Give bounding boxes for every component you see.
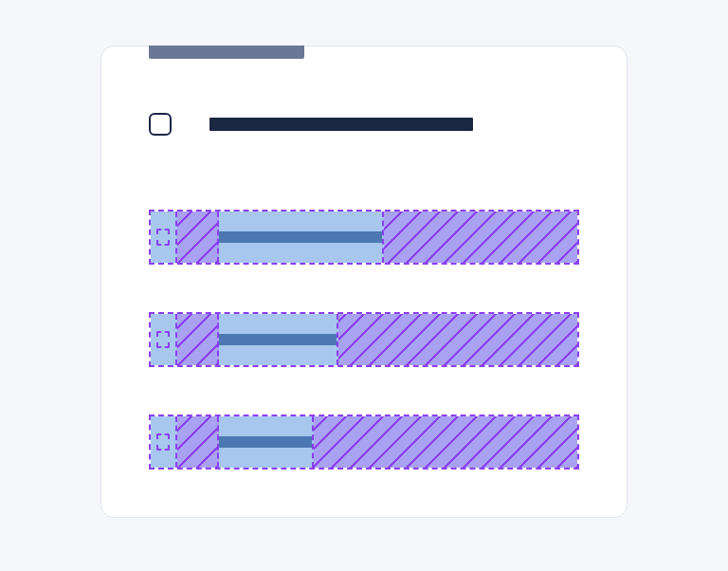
row-fill-cell [338, 314, 577, 365]
page-title [209, 118, 473, 131]
spacer [149, 265, 579, 312]
row-checkbox-cell[interactable] [151, 416, 177, 468]
select-all-checkbox[interactable] [149, 113, 172, 136]
row-checkbox-cell[interactable] [151, 314, 177, 365]
row-label-cell [219, 212, 384, 263]
header-row [149, 113, 579, 136]
row-icon-cell [177, 212, 219, 263]
row-checkbox[interactable] [156, 331, 170, 348]
row-checkbox-cell[interactable] [151, 212, 177, 263]
row-checkbox[interactable] [156, 229, 170, 246]
row-label [219, 334, 337, 345]
list-area [149, 162, 579, 470]
row-label [219, 436, 312, 448]
spacer [149, 162, 579, 210]
list-row[interactable] [149, 312, 579, 367]
row-label [219, 231, 382, 243]
row-checkbox[interactable] [156, 433, 170, 451]
row-icon-cell [177, 416, 219, 468]
row-fill-cell [384, 212, 577, 263]
list-row[interactable] [149, 414, 579, 470]
row-label-cell [219, 314, 338, 365]
card-panel [100, 46, 628, 518]
row-fill-cell [314, 416, 577, 468]
active-tab[interactable] [149, 46, 304, 59]
row-label-cell [219, 416, 314, 468]
row-icon-cell [177, 314, 219, 365]
spacer [149, 367, 579, 414]
list-row[interactable] [149, 210, 579, 265]
